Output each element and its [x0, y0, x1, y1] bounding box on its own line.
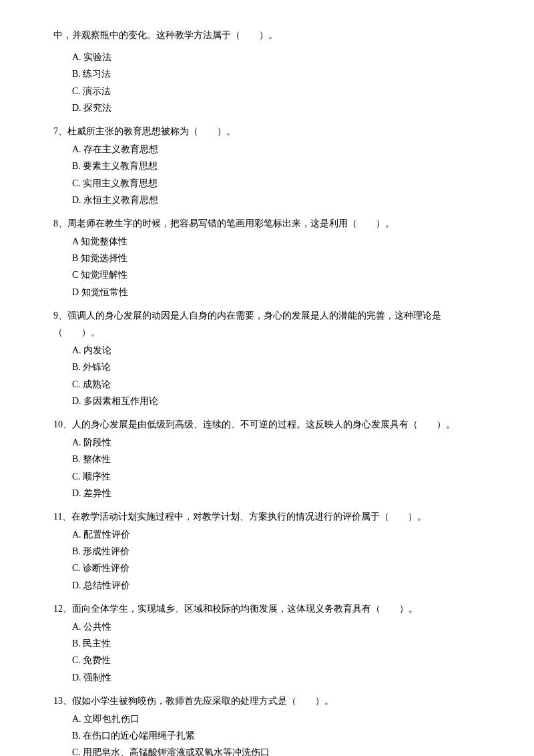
option-c-7: C. 实用主义教育思想 [53, 175, 481, 192]
question-text-12: 12、面向全体学生，实现城乡、区域和校际的均衡发展，这体现义务教育具有（ ）。 [53, 600, 481, 617]
question-text-7: 7、杜威所主张的教育思想被称为（ ）。 [53, 123, 481, 140]
option-d-8: D 知觉恒常性 [53, 284, 481, 301]
option-c-8: C 知觉理解性 [53, 266, 481, 283]
question-text-9: 9、强调人的身心发展的动因是人自身的内在需要，身心的发展是人的潜能的完善，这种理… [53, 307, 481, 341]
option-c-prev: C. 演示法 [53, 83, 481, 100]
option-c-10: C. 顺序性 [53, 468, 481, 485]
option-d-12: D. 强制性 [53, 669, 481, 686]
option-a-prev: A. 实验法 [53, 49, 481, 65]
option-b-prev: B. 练习法 [53, 65, 481, 82]
option-b-13: B. 在伤口的近心端用绳子扎紧 [53, 727, 481, 744]
option-a-12: A. 公共性 [53, 618, 481, 635]
option-a-11: A. 配置性评价 [53, 526, 481, 543]
option-b-11: B. 形成性评价 [53, 543, 481, 560]
option-b-10: B. 整体性 [53, 451, 481, 467]
question-block-7: 7、杜威所主张的教育思想被称为（ ）。 A. 存在主义教育思想 B. 要素主义教… [53, 123, 481, 208]
question-text-10: 10、人的身心发展是由低级到高级、连续的、不可逆的过程。这反映人的身心发展具有（… [53, 416, 481, 433]
question-block-prev: A. 实验法 B. 练习法 C. 演示法 D. 探究法 [53, 49, 481, 116]
question-block-10: 10、人的身心发展是由低级到高级、连续的、不可逆的过程。这反映人的身心发展具有（… [53, 416, 481, 502]
option-a-8: A 知觉整体性 [53, 233, 481, 250]
intro-text: 中，并观察瓶中的变化。这种教学方法属于（ ）。 [53, 27, 481, 43]
option-d-9: D. 多因素相互作用论 [53, 393, 481, 409]
option-b-7: B. 要素主义教育思想 [53, 158, 481, 174]
question-block-13: 13、假如小学生被狗咬伤，教师首先应采取的处理方式是（ ）。 A. 立即包扎伤口… [53, 693, 481, 756]
question-text-13: 13、假如小学生被狗咬伤，教师首先应采取的处理方式是（ ）。 [53, 693, 481, 709]
option-d-7: D. 永恒主义教育思想 [53, 192, 481, 208]
question-block-11: 11、在教学活动计划实施过程中，对教学计划、方案执行的情况进行的评价属于（ ）。… [53, 508, 481, 594]
option-b-12: B. 民主性 [53, 635, 481, 652]
option-a-9: A. 内发论 [53, 342, 481, 359]
question-block-12: 12、面向全体学生，实现城乡、区域和校际的均衡发展，这体现义务教育具有（ ）。 … [53, 600, 481, 686]
option-c-11: C. 诊断性评价 [53, 560, 481, 576]
option-d-11: D. 总结性评价 [53, 577, 481, 594]
option-d-prev: D. 探究法 [53, 100, 481, 116]
option-b-9: B. 外铄论 [53, 359, 481, 375]
option-d-10: D. 差异性 [53, 485, 481, 502]
page-container: 中，并观察瓶中的变化。这种教学方法属于（ ）。 A. 实验法 B. 练习法 C.… [0, 0, 534, 756]
option-a-13: A. 立即包扎伤口 [53, 711, 481, 727]
question-block-8: 8、周老师在教生字的时候，把容易写错的笔画用彩笔标出来，这是利用（ ）。 A 知… [53, 215, 481, 301]
question-text-8: 8、周老师在教生字的时候，把容易写错的笔画用彩笔标出来，这是利用（ ）。 [53, 215, 481, 232]
option-c-13: C. 用肥皂水、高锰酸钾溶液或双氧水等冲洗伤口 [53, 744, 481, 756]
question-text-11: 11、在教学活动计划实施过程中，对教学计划、方案执行的情况进行的评价属于（ ）。 [53, 508, 481, 525]
question-block-9: 9、强调人的身心发展的动因是人自身的内在需要，身心的发展是人的潜能的完善，这种理… [53, 307, 481, 409]
intro-content: 中，并观察瓶中的变化。这种教学方法属于（ ）。 [53, 30, 278, 40]
option-b-8: B 知觉选择性 [53, 250, 481, 266]
option-c-12: C. 免费性 [53, 652, 481, 669]
option-c-9: C. 成熟论 [53, 376, 481, 393]
option-a-7: A. 存在主义教育思想 [53, 141, 481, 158]
option-a-10: A. 阶段性 [53, 434, 481, 451]
